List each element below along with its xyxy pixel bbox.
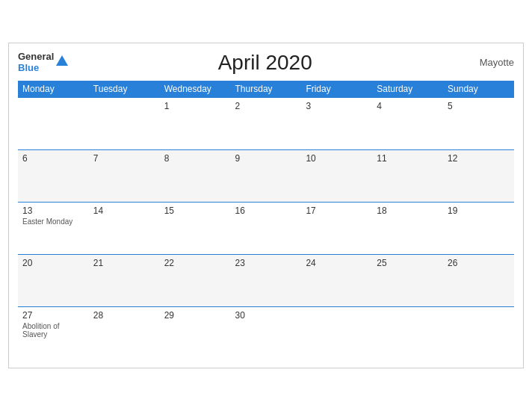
day-number: 28 <box>93 310 155 321</box>
day-number: 23 <box>235 258 297 268</box>
calendar-header: General Blue April 2020 Mayotte <box>18 51 514 75</box>
day-number: 4 <box>377 101 439 111</box>
day-number: 12 <box>448 153 510 164</box>
calendar-cell: 13Easter Monday <box>18 202 89 254</box>
calendar-cell: 12 <box>443 149 514 202</box>
calendar-cell: 4 <box>372 97 443 149</box>
day-number: 14 <box>93 206 155 216</box>
calendar-header-row: MondayTuesdayWednesdayThursdayFridaySatu… <box>18 81 514 98</box>
calendar-cell: 19 <box>443 202 514 254</box>
calendar-cell: 8 <box>160 149 231 202</box>
day-number: 18 <box>377 206 439 216</box>
holiday-label: Easter Monday <box>22 217 84 226</box>
calendar-cell: 18 <box>372 202 443 254</box>
col-header-monday: Monday <box>18 81 89 98</box>
calendar-cell: 30 <box>231 306 302 359</box>
day-number: 20 <box>22 258 84 268</box>
calendar-cell <box>372 306 443 359</box>
day-number: 3 <box>306 101 368 111</box>
day-number: 11 <box>377 153 439 164</box>
col-header-sunday: Sunday <box>443 81 514 98</box>
calendar-cell: 1 <box>160 97 231 149</box>
day-number: 6 <box>22 153 84 164</box>
logo-blue-text: Blue <box>18 63 54 73</box>
calendar-container: General Blue April 2020 Mayotte MondayTu… <box>8 43 524 369</box>
calendar-cell: 23 <box>231 254 302 306</box>
day-number: 26 <box>448 258 510 268</box>
calendar-cell: 14 <box>89 202 160 254</box>
logo: General Blue <box>18 52 68 73</box>
day-number: 5 <box>448 101 510 111</box>
logo-general-text: General <box>18 52 54 62</box>
calendar-cell: 16 <box>231 202 302 254</box>
holiday-label: Abolition of Slavery <box>22 322 84 339</box>
day-number: 10 <box>306 153 368 164</box>
calendar-grid: MondayTuesdayWednesdayThursdayFridaySatu… <box>18 81 514 359</box>
day-number: 15 <box>164 206 226 216</box>
day-number: 30 <box>235 310 297 321</box>
calendar-cell: 25 <box>372 254 443 306</box>
calendar-cell: 21 <box>89 254 160 306</box>
calendar-cell <box>301 306 372 359</box>
col-header-wednesday: Wednesday <box>160 81 231 98</box>
day-number: 2 <box>235 101 297 111</box>
logo-triangle-icon <box>56 55 68 66</box>
day-number: 27 <box>22 310 84 321</box>
col-header-tuesday: Tuesday <box>89 81 160 98</box>
day-number: 25 <box>377 258 439 268</box>
calendar-cell: 11 <box>372 149 443 202</box>
calendar-cell: 28 <box>89 306 160 359</box>
day-number: 17 <box>306 206 368 216</box>
calendar-cell: 9 <box>231 149 302 202</box>
calendar-cell: 29 <box>160 306 231 359</box>
calendar-cell: 6 <box>18 149 89 202</box>
calendar-cell: 2 <box>231 97 302 149</box>
calendar-cell <box>18 97 89 149</box>
calendar-cell: 17 <box>301 202 372 254</box>
calendar-cell: 10 <box>301 149 372 202</box>
day-number: 19 <box>448 206 510 216</box>
col-header-friday: Friday <box>301 81 372 98</box>
day-number: 7 <box>93 153 155 164</box>
day-number: 13 <box>22 206 84 216</box>
calendar-cell: 22 <box>160 254 231 306</box>
calendar-cell: 26 <box>443 254 514 306</box>
calendar-cell: 27Abolition of Slavery <box>18 306 89 359</box>
day-number: 24 <box>306 258 368 268</box>
calendar-cell: 7 <box>89 149 160 202</box>
calendar-cell: 3 <box>301 97 372 149</box>
day-number: 29 <box>164 310 226 321</box>
day-number: 16 <box>235 206 297 216</box>
day-number: 22 <box>164 258 226 268</box>
col-header-thursday: Thursday <box>231 81 302 98</box>
calendar-cell <box>443 306 514 359</box>
day-number: 21 <box>93 258 155 268</box>
calendar-cell: 5 <box>443 97 514 149</box>
calendar-cell: 24 <box>301 254 372 306</box>
calendar-cell: 20 <box>18 254 89 306</box>
col-header-saturday: Saturday <box>372 81 443 98</box>
day-number: 9 <box>235 153 297 164</box>
day-number: 8 <box>164 153 226 164</box>
calendar-title: April 2020 <box>68 51 462 75</box>
calendar-region: Mayotte <box>462 57 514 68</box>
calendar-cell: 15 <box>160 202 231 254</box>
day-number: 1 <box>164 101 226 111</box>
calendar-cell <box>89 97 160 149</box>
